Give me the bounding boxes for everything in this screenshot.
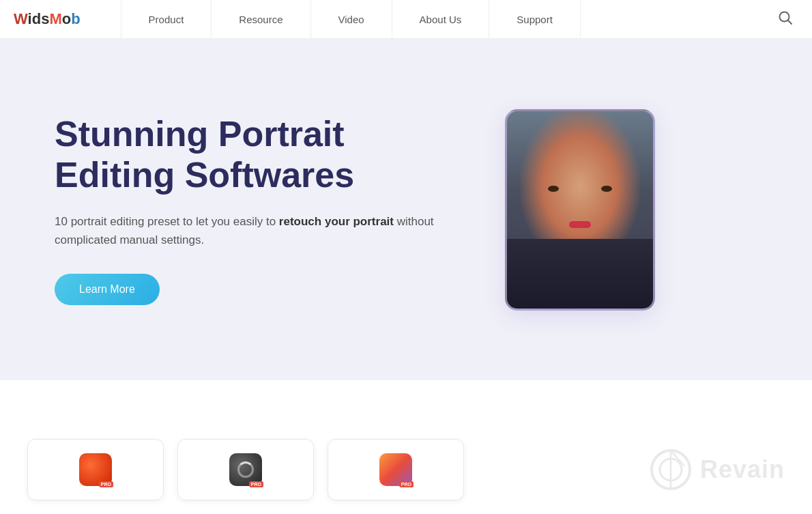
search-icon <box>778 10 793 25</box>
navbar: WidsMob Product Resource Video About Us … <box>0 0 812 39</box>
hero-title: Stunning Portrait Editing Softwares <box>55 114 450 196</box>
logo[interactable]: WidsMob <box>14 10 81 28</box>
nav-label-product: Product <box>149 14 184 25</box>
nav-item-resource[interactable]: Resource <box>211 0 310 39</box>
product-icon-3: PRO <box>379 453 412 486</box>
hero-image-wrap <box>505 109 655 311</box>
nav-item-video[interactable]: Video <box>310 0 392 39</box>
nav-label-resource: Resource <box>239 14 282 25</box>
product-cards: PRO PRO PRO <box>27 439 464 500</box>
hero-description: 10 portrait editing preset to let you ea… <box>55 212 450 249</box>
bottom-section: PRO PRO PRO Revain <box>0 380 812 514</box>
hero-description-prefix: 10 portrait editing preset to let you ea… <box>55 215 279 228</box>
nav-label-about-us: About Us <box>420 14 462 25</box>
svg-line-1 <box>788 20 792 24</box>
product-icon-2: PRO <box>229 453 262 486</box>
product-card-1[interactable]: PRO <box>27 439 164 500</box>
search-button[interactable] <box>772 5 798 33</box>
nav-label-support: Support <box>517 14 553 25</box>
nav-label-video: Video <box>338 14 364 25</box>
revain-label: Revain <box>700 455 785 484</box>
portrait-lips <box>569 221 591 228</box>
portrait-shirt <box>507 239 653 308</box>
icon-inner-circle <box>237 461 254 478</box>
nav-item-about-us[interactable]: About Us <box>392 0 490 39</box>
pro-badge-1: PRO <box>100 482 113 487</box>
nav-item-product[interactable]: Product <box>121 0 212 39</box>
hero-portrait-image <box>505 109 655 311</box>
nav-links: Product Resource Video About Us Support <box>121 0 772 39</box>
hero-content: Stunning Portrait Editing Softwares 10 p… <box>55 114 450 305</box>
nav-item-support[interactable]: Support <box>489 0 581 39</box>
pro-badge-3: PRO <box>401 482 414 487</box>
hero-description-bold: retouch your portrait <box>279 215 394 228</box>
product-icon-1: PRO <box>79 453 112 486</box>
product-card-2[interactable]: PRO <box>177 439 314 500</box>
learn-more-button[interactable]: Learn More <box>55 274 160 305</box>
hero-section: Stunning Portrait Editing Softwares 10 p… <box>0 39 812 380</box>
pro-badge-2: PRO <box>250 482 263 487</box>
revain-icon <box>647 446 695 494</box>
revain-watermark: Revain <box>647 446 785 494</box>
product-card-3[interactable]: PRO <box>328 439 464 500</box>
